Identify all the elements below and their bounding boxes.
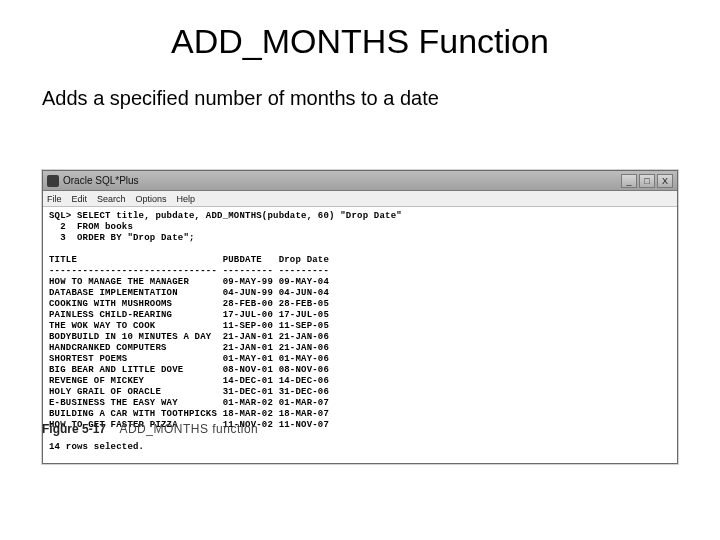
slide-title: ADD_MONTHS Function (0, 22, 720, 61)
window-controls: _ □ X (621, 174, 673, 188)
figure-caption: Figure 5-17 ADD_MONTHS function (42, 422, 258, 436)
figure-number: Figure 5-17 (42, 422, 106, 436)
app-icon (47, 175, 59, 187)
sqlplus-window: Oracle SQL*Plus _ □ X File Edit Search O… (42, 170, 678, 464)
menu-help[interactable]: Help (177, 194, 196, 204)
menubar: File Edit Search Options Help (43, 191, 677, 207)
close-button[interactable]: X (657, 174, 673, 188)
titlebar: Oracle SQL*Plus _ □ X (43, 171, 677, 191)
menu-search[interactable]: Search (97, 194, 126, 204)
window-title: Oracle SQL*Plus (63, 175, 139, 186)
minimize-button[interactable]: _ (621, 174, 637, 188)
menu-edit[interactable]: Edit (72, 194, 88, 204)
menu-options[interactable]: Options (136, 194, 167, 204)
slide-description: Adds a specified number of months to a d… (42, 87, 720, 110)
menu-file[interactable]: File (47, 194, 62, 204)
titlebar-left: Oracle SQL*Plus (47, 175, 621, 187)
maximize-button[interactable]: □ (639, 174, 655, 188)
figure-text: ADD_MONTHS function (119, 422, 258, 436)
